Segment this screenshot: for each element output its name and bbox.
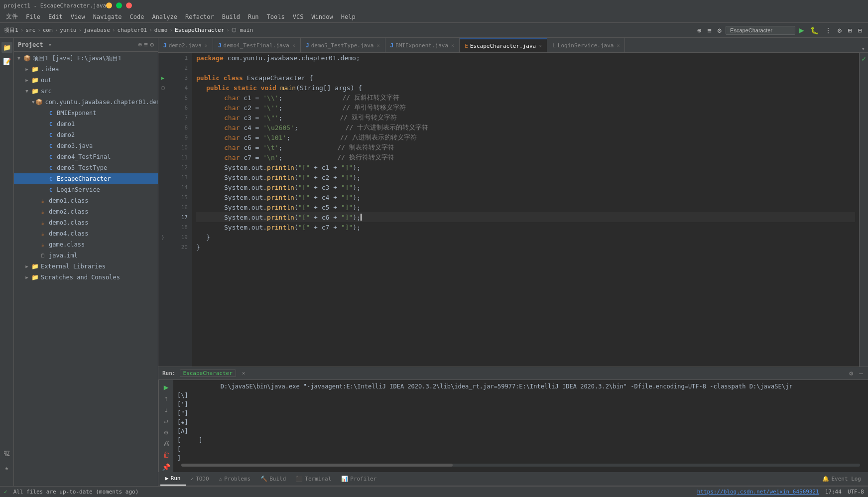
bottom-tab-event-log[interactable]: 🔔 Event Log (817, 473, 866, 486)
menu-item-file[interactable]: 文件 (2, 11, 22, 22)
menu-item-help[interactable]: Help (337, 11, 360, 22)
menu-item-file2[interactable]: File (22, 11, 44, 22)
tree-item-escape[interactable]: ▶ C EscapeCharacter (14, 173, 158, 184)
tab-demo2[interactable]: J demo2.java × (158, 38, 213, 52)
menu-item-edit[interactable]: Edit (44, 11, 67, 22)
tree-item-demo4[interactable]: ▶ C demo4_TestFinal (14, 151, 158, 162)
bottom-tab-todo[interactable]: ✓ TODO (186, 473, 214, 486)
tree-item-demo1class[interactable]: ▶ ☕ demo1.class (14, 195, 158, 206)
run-settings-icon[interactable]: ⚙ (848, 369, 854, 378)
structure-icon[interactable]: 🏗 (1, 448, 12, 459)
bottom-tab-profiler[interactable]: 📊 Profiler (336, 473, 381, 486)
bottom-tab-run[interactable]: ▶ Run (160, 473, 186, 486)
tree-item-package[interactable]: ▼ 📦 com.yuntu.javabase.chapter01.demo (14, 97, 158, 108)
tree-item-demo2class[interactable]: ▶ ☕ demo2.class (14, 206, 158, 217)
tree-item-demo3class[interactable]: ▶ ☕ demo3.class (14, 217, 158, 228)
search-input[interactable] (726, 26, 795, 35)
run-trash-btn[interactable]: 🗑 (160, 450, 172, 460)
tree-item-demo4class[interactable]: ▶ ☕ demo4.class (14, 228, 158, 239)
breadcrumb-item-escape[interactable]: EscapeCharacter (175, 27, 224, 33)
menu-item-window[interactable]: Window (307, 11, 337, 22)
menu-item-view[interactable]: View (67, 11, 89, 22)
breadcrumb-item-com[interactable]: com (43, 27, 53, 33)
project-dropdown-icon[interactable]: ▾ (48, 41, 52, 48)
run-tab-close[interactable]: × (242, 370, 246, 376)
project-icon[interactable]: 📁 (1, 42, 12, 53)
menu-item-vcs[interactable]: VCS (289, 11, 308, 22)
tree-item-gameclass[interactable]: ▶ ☕ game.class (14, 239, 158, 250)
menu-item-refactor[interactable]: Refactor (181, 11, 218, 22)
tree-item-demo1[interactable]: ▶ C demo1 (14, 119, 158, 129)
bottom-tab-terminal[interactable]: ⬛ Terminal (291, 473, 336, 486)
run-play-btn[interactable]: ▶ (160, 382, 172, 392)
status-encoding[interactable]: UTF-8 (848, 489, 864, 495)
run-tab-name[interactable]: EscapeCharacter (180, 370, 236, 377)
run-scroll-up-btn[interactable]: ↑ (160, 393, 172, 404)
code-content[interactable]: package com.yuntu.javabase.chapter01.dem… (192, 53, 859, 367)
bottom-tab-problems[interactable]: ⚠ Problems (214, 473, 256, 486)
toolbar-gear-icon[interactable]: ⚙ (716, 25, 724, 35)
favorites-icon[interactable]: ★ (1, 462, 12, 473)
toolbar-run-icon[interactable]: ▶ (797, 24, 806, 36)
tree-item-out[interactable]: ▶ 📁 out (14, 75, 158, 86)
breadcrumb-item-chapter01[interactable]: chapter01 (118, 27, 147, 33)
breadcrumb-item-yuntu[interactable]: yuntu (60, 27, 76, 33)
toolbar-more-icon[interactable]: ⋮ (823, 25, 834, 35)
code-line-6: char c2 = '\''; // 单引号转移义字符 (196, 103, 855, 113)
tab-bmi[interactable]: J BMIExponent.java × (385, 38, 460, 52)
commit-icon[interactable]: 📝 (1, 56, 12, 67)
menu-item-tools[interactable]: Tools (263, 11, 289, 22)
toolbar-extra-icon[interactable]: ⊞ (846, 25, 854, 35)
run-filter-btn[interactable]: ⚙ (160, 427, 172, 438)
panel-settings-icon[interactable]: ⚙ (150, 41, 154, 48)
menu-item-code[interactable]: Code (126, 11, 148, 22)
tree-item-scratches[interactable]: ▶ 📁 Scratches and Consoles (14, 272, 158, 283)
toolbar-locate-icon[interactable]: ⊕ (695, 25, 703, 35)
profiler-icon: 📊 (341, 476, 348, 482)
menu-item-navigate[interactable]: Navigate (89, 11, 126, 22)
breadcrumb-item-javabase[interactable]: javabase (84, 27, 110, 33)
tab-escape[interactable]: E EscapeCharacter.java × (460, 38, 547, 52)
gutter-run-icon-3[interactable]: ▶ (158, 73, 167, 83)
status-link[interactable]: https://blog.csdn.net/weixin_64569321 (697, 489, 819, 495)
maximize-btn[interactable] (116, 2, 122, 8)
tree-item-bmi[interactable]: ▶ C BMIExponent (14, 108, 158, 119)
tree-item-demo2[interactable]: ▶ C demo2 (14, 129, 158, 140)
minimize-btn[interactable] (106, 2, 112, 8)
menu-item-run[interactable]: Run (244, 11, 263, 22)
tree-item-root[interactable]: ▼ 📦 项目1 [java] E:\java\项目1 (14, 53, 158, 64)
tab-login[interactable]: L LoginService.java × (547, 38, 625, 52)
panel-locate-icon[interactable]: ⊕ (138, 41, 142, 48)
menu-item-analyze[interactable]: Analyze (148, 11, 181, 22)
toolbar-list-icon[interactable]: ≡ (705, 25, 713, 35)
close-btn[interactable] (126, 2, 132, 8)
breadcrumb-item-src[interactable]: src (25, 27, 35, 33)
breadcrumb-item-project[interactable]: 项目1 (4, 26, 18, 34)
tree-item-demo5[interactable]: ▶ C demo5_TestType (14, 162, 158, 173)
tree-item-login[interactable]: ▶ C LoginService (14, 184, 158, 195)
title-bar: project1 - EscapeCharacter.java (0, 0, 868, 11)
toolbar-extra2-icon[interactable]: ⊟ (856, 25, 864, 35)
run-scroll-down-btn[interactable]: ↓ (160, 404, 172, 415)
tree-item-idea[interactable]: ▶ 📁 .idea (14, 64, 158, 75)
run-close-panel-icon[interactable]: — (858, 369, 864, 378)
tab-demo5[interactable]: J demo5_TestType.java × (301, 38, 385, 52)
run-wrap-btn[interactable]: ↵ (160, 416, 172, 426)
tab-demo4[interactable]: J demo4_TestFinal.java × (213, 38, 301, 52)
run-pin-btn[interactable]: 📌 (160, 462, 172, 472)
tree-item-demo3[interactable]: ▶ C demo3.java (14, 140, 158, 151)
toolbar-settings2-icon[interactable]: ⚙ (836, 25, 844, 35)
tree-item-iml[interactable]: ▶ 🗒 java.iml (14, 250, 158, 261)
gutter-debug-icon-4[interactable]: ⬡ (158, 83, 167, 93)
menu-item-build[interactable]: Build (218, 11, 244, 22)
bottom-tab-build[interactable]: 🔨 Build (255, 473, 291, 486)
tab-scroll-btn[interactable]: ▾ (859, 45, 868, 52)
tree-item-src[interactable]: ▼ 📁 src (14, 86, 158, 97)
code-editor: ▶ ⬡ } 1 2 (158, 53, 868, 367)
run-print-btn[interactable]: 🖨 (160, 438, 172, 449)
panel-collapse-icon[interactable]: ≡ (144, 41, 148, 48)
breadcrumb-item-demo[interactable]: demo (154, 27, 168, 33)
toolbar-debug-icon[interactable]: 🐛 (808, 25, 821, 35)
breadcrumb-item-main[interactable]: ⬡ main (232, 27, 253, 33)
tree-item-extlib[interactable]: ▶ 📁 External Libraries (14, 261, 158, 272)
